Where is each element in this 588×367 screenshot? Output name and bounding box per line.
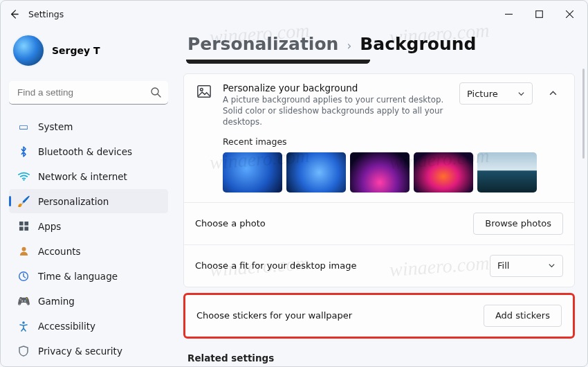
sidebar-item-accounts[interactable]: Accounts	[9, 239, 168, 263]
search-box[interactable]	[9, 81, 168, 105]
wifi-icon	[17, 170, 30, 183]
gaming-icon: 🎮	[17, 295, 30, 307]
sidebar-item-personalization[interactable]: 🖌️Personalization	[9, 189, 168, 213]
clock-icon	[17, 270, 30, 283]
profile[interactable]: Sergey T	[9, 30, 168, 77]
choose-fit-row: Choose a fit for your desktop image Fill	[184, 244, 574, 287]
chevron-up-icon	[549, 89, 558, 98]
close-button[interactable]	[554, 3, 585, 24]
choose-fit-label: Choose a fit for your desktop image	[195, 260, 357, 271]
breadcrumb-parent[interactable]: Personalization	[187, 34, 338, 54]
back-button[interactable]	[3, 3, 24, 24]
sidebar-item-bluetooth[interactable]: Bluetooth & devices	[9, 139, 168, 163]
main: Personalization › Background Personalize…	[175, 27, 587, 366]
recent-thumb[interactable]	[414, 152, 473, 193]
bluetooth-icon	[17, 145, 30, 158]
svg-rect-4	[24, 222, 28, 226]
recent-thumb[interactable]	[350, 152, 410, 193]
add-stickers-button[interactable]: Add stickers	[484, 305, 562, 327]
chevron-down-icon	[548, 262, 555, 269]
choose-photo-label: Choose a photo	[195, 218, 266, 229]
svg-point-9	[22, 321, 25, 324]
stickers-label: Choose stickers for your wallpaper	[196, 310, 352, 321]
minimize-icon	[505, 10, 513, 18]
system-icon: ▭	[17, 120, 30, 133]
chevron-down-icon	[517, 90, 525, 98]
accessibility-icon	[17, 320, 30, 332]
chevron-right-icon: ›	[347, 39, 351, 53]
svg-rect-10	[198, 86, 210, 98]
person-icon	[17, 245, 30, 258]
sidebar-item-network[interactable]: Network & internet	[9, 164, 168, 188]
browse-photos-button[interactable]: Browse photos	[473, 213, 563, 235]
svg-rect-5	[19, 226, 23, 231]
avatar	[12, 34, 45, 67]
sidebar-item-time[interactable]: Time & language	[9, 264, 168, 288]
background-card: Personalize your background A picture ba…	[183, 73, 575, 287]
svg-point-11	[201, 88, 203, 91]
sidebar-item-gaming[interactable]: 🎮Gaming	[9, 289, 168, 313]
search-input[interactable]	[9, 81, 168, 105]
page-title: Background	[360, 34, 476, 54]
dropdown-value: Picture	[467, 89, 498, 99]
related-heading: Related settings	[187, 352, 573, 364]
stickers-row: Choose stickers for your wallpaper Add s…	[185, 295, 573, 337]
recent-thumb[interactable]	[286, 152, 346, 193]
nav: ▭System Bluetooth & devices Network & in…	[9, 114, 168, 366]
search-icon	[150, 87, 161, 100]
paint-icon: 🖌️	[17, 195, 30, 208]
choose-photo-row: Choose a photo Browse photos	[184, 202, 574, 244]
window-title: Settings	[28, 9, 64, 19]
background-type-dropdown[interactable]: Picture	[459, 82, 533, 105]
scrollbar[interactable]	[582, 69, 585, 159]
breadcrumb: Personalization › Background	[183, 30, 575, 60]
maximize-button[interactable]	[524, 3, 554, 24]
sidebar-item-accessibility[interactable]: Accessibility	[9, 314, 168, 338]
recent-images-label: Recent images	[223, 136, 563, 147]
svg-point-1	[151, 88, 158, 95]
fit-dropdown[interactable]: Fill	[490, 255, 563, 277]
svg-rect-3	[19, 222, 23, 226]
sidebar-item-update[interactable]: Windows Update	[9, 364, 168, 366]
related-settings: Related settings Contrast themes Color t…	[183, 341, 575, 366]
desktop-preview	[186, 60, 370, 64]
recent-thumb[interactable]	[477, 152, 537, 193]
minimize-button[interactable]	[493, 3, 524, 24]
sidebar: Sergey T ▭System Bluetooth & devices Net…	[1, 27, 175, 366]
recent-thumb[interactable]	[223, 152, 282, 193]
sidebar-item-privacy[interactable]: Privacy & security	[9, 339, 168, 363]
collapse-button[interactable]	[542, 82, 563, 103]
shield-icon	[17, 345, 30, 357]
close-icon	[566, 10, 573, 18]
svg-point-7	[21, 247, 26, 251]
picture-icon	[195, 82, 213, 100]
titlebar: Settings	[1, 1, 587, 27]
svg-rect-0	[535, 10, 542, 17]
stickers-card-highlighted: Choose stickers for your wallpaper Add s…	[183, 293, 575, 339]
svg-rect-6	[24, 226, 28, 231]
sidebar-item-system[interactable]: ▭System	[9, 114, 168, 138]
personalize-desc: A picture background applies to your cur…	[223, 95, 450, 128]
apps-icon	[17, 220, 30, 233]
personalize-title: Personalize your background	[223, 82, 450, 93]
sidebar-item-apps[interactable]: Apps	[9, 214, 168, 238]
maximize-icon	[535, 10, 543, 18]
recent-thumbnails	[223, 152, 563, 193]
arrow-left-icon	[9, 9, 19, 19]
dropdown-value: Fill	[497, 260, 509, 271]
profile-name: Sergey T	[52, 45, 100, 56]
svg-point-2	[23, 179, 24, 180]
